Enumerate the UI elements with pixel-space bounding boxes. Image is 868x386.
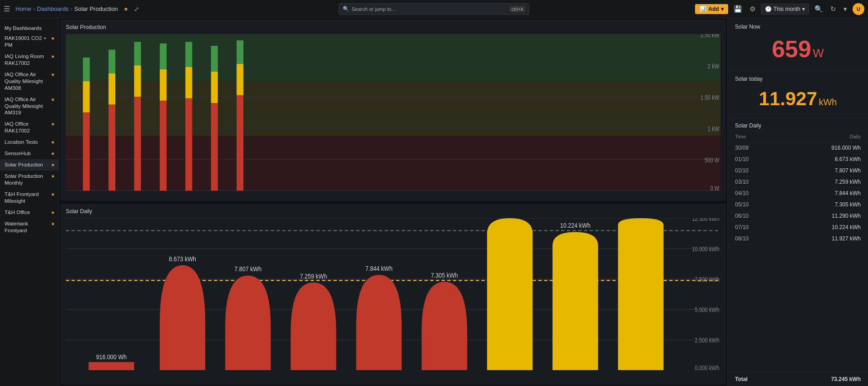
- settings-button[interactable]: ⚙: [748, 3, 757, 15]
- sidebar-star-8: ★: [51, 173, 55, 179]
- solar-daily-table-title: Solar Daily: [728, 118, 868, 131]
- sidebar-item-label-0: RAK19001 CO2 + PM: [5, 35, 49, 49]
- table-row[interactable]: 04/10 7.844 kWh: [728, 188, 868, 199]
- row-time-0: 30/09: [735, 145, 749, 151]
- bar-1002-green: [108, 50, 115, 73]
- sidebar: My Dashboards RAK19001 CO2 + PM ★ IAQ Li…: [0, 18, 59, 386]
- time-range-icon: 🕐: [765, 6, 772, 12]
- add-label: Add: [708, 6, 719, 12]
- val-0210: 7.807 kWh: [234, 265, 261, 273]
- sidebar-star-5: ★: [51, 139, 55, 145]
- row-time-6: 06/10: [735, 213, 749, 219]
- table-row[interactable]: 06/10 11.290 kWh: [728, 210, 868, 222]
- sidebar-item-7[interactable]: Solar Production ★: [0, 159, 59, 171]
- favorite-star-icon[interactable]: ★: [123, 6, 128, 12]
- refresh-button[interactable]: ↻: [829, 3, 838, 15]
- avatar[interactable]: U: [853, 3, 864, 15]
- table-row[interactable]: 08/10 11.927 kWh: [728, 233, 868, 244]
- sidebar-item-label-10: T&H Office: [5, 209, 49, 216]
- solar-production-chart: 2.50 kW 2 kW 1.50 kW 1 kW 500 W 0 W: [66, 34, 720, 191]
- sidebar-item-label-8: Solar Production Monthly: [5, 173, 49, 186]
- solar-daily-panel: Solar Daily: [61, 204, 725, 385]
- sidebar-item-1[interactable]: IAQ Living Room RAK17002 ★: [0, 51, 59, 69]
- bar-1007-red: [237, 95, 243, 191]
- content: Solar Production: [59, 18, 868, 386]
- breadcrumb-sep2: ›: [70, 5, 72, 12]
- solar-production-chart-container: 2.50 kW 2 kW 1.50 kW 1 kW 500 W 0 W: [61, 32, 725, 200]
- solar-daily-table: 30/09 916.000 Wh 01/10 8.673 kWh 02/10 7…: [728, 142, 868, 372]
- table-row[interactable]: 30/09 916.000 Wh: [728, 142, 868, 154]
- row-value-1: 8.673 kWh: [835, 156, 861, 162]
- nav-left: ☰ Home › Dashboards › Solar Production ★…: [4, 5, 139, 13]
- time-range-button[interactable]: 🕐 This month ▾: [761, 4, 809, 15]
- bar-1004-red: [160, 101, 167, 191]
- table-row[interactable]: 05/10 7.305 kWh: [728, 199, 868, 210]
- sidebar-item-label-1: IAQ Living Room RAK17002: [5, 53, 49, 67]
- y-label-0: 2.50 kW: [700, 34, 720, 39]
- row-value-3: 7.259 kWh: [835, 179, 861, 185]
- hamburger-icon[interactable]: ☰: [4, 5, 10, 13]
- breadcrumb-current: Solar Production: [74, 5, 118, 12]
- solar-now-title: Solar Now: [735, 24, 861, 30]
- table-row[interactable]: 03/10 7.259 kWh: [728, 176, 868, 188]
- val-0110: 8.673 kWh: [169, 254, 196, 262]
- bar-1007-green: [237, 40, 243, 64]
- sidebar-item-0[interactable]: RAK19001 CO2 + PM ★: [0, 33, 59, 51]
- row-value-8: 11.927 kWh: [832, 235, 861, 242]
- breadcrumb: Home › Dashboards › Solar Production: [15, 5, 118, 12]
- solar-now-value: 659: [772, 36, 811, 62]
- val-0310: 7.259 kWh: [300, 272, 327, 279]
- refresh-dropdown-button[interactable]: ▾: [842, 3, 849, 15]
- sidebar-item-10[interactable]: T&H Office ★: [0, 207, 59, 218]
- breadcrumb-home[interactable]: Home: [15, 5, 31, 12]
- total-label: Total: [735, 376, 748, 382]
- sidebar-item-label-6: SensorHub: [5, 150, 49, 157]
- main-layout: My Dashboards RAK19001 CO2 + PM ★ IAQ Li…: [0, 18, 868, 386]
- solar-now-unit: W: [813, 46, 824, 60]
- val-0410: 7.844 kWh: [365, 264, 393, 272]
- sidebar-item-label-11: Watertank Frontyard: [5, 220, 49, 234]
- add-button[interactable]: 📊 Add ▾: [695, 4, 728, 14]
- sidebar-item-11[interactable]: Watertank Frontyard ★: [0, 218, 59, 236]
- table-row[interactable]: 01/10 8.673 kWh: [728, 154, 868, 165]
- row-value-6: 11.290 kWh: [832, 213, 861, 219]
- nav-right: 📊 Add ▾ 💾 ⚙ 🕐 This month ▾ 🔍 ↻ ▾ U: [695, 3, 864, 15]
- bar-0810: [618, 218, 663, 371]
- sidebar-item-8[interactable]: Solar Production Monthly ★: [0, 171, 59, 189]
- table-row[interactable]: 07/10 10.224 kWh: [728, 222, 868, 233]
- bar-1006-yellow: [211, 72, 218, 103]
- bar-0510: [422, 282, 467, 370]
- solar-daily-title: Solar Daily: [61, 205, 725, 216]
- row-time-1: 01/10: [735, 156, 749, 162]
- sidebar-item-label-4: IAQ Office RAK17002: [5, 121, 49, 134]
- sidebar-item-9[interactable]: T&H Frontyard Milesight ★: [0, 189, 59, 207]
- sidebar-item-label-7: Solar Production: [5, 161, 49, 168]
- zoom-out-button[interactable]: 🔍: [813, 3, 825, 15]
- sidebar-star-11: ★: [51, 221, 55, 227]
- breadcrumb-dashboards[interactable]: Dashboards: [37, 5, 69, 12]
- table-row[interactable]: 02/10 7.807 kWh: [728, 165, 868, 176]
- sidebar-item-5[interactable]: Location Tests ★: [0, 137, 59, 148]
- sidebar-item-4[interactable]: IAQ Office RAK17002 ★: [0, 118, 59, 137]
- save-dashboard-button[interactable]: 💾: [732, 3, 744, 15]
- daily-y-0: 12.500 kWh: [692, 218, 719, 222]
- search-bar[interactable]: 🔍 Search or jump to... ctrl+k: [339, 3, 529, 15]
- table-header: Time Daily: [728, 131, 868, 142]
- bar-1006-red: [211, 103, 218, 191]
- add-chart-icon: 📊: [700, 6, 706, 12]
- sidebar-star-7: ★: [51, 162, 55, 168]
- sidebar-item-label-3: IAQ Office Air Quality Milesight AM319: [5, 96, 49, 117]
- bar-1001-green: [83, 58, 90, 81]
- sidebar-item-2[interactable]: IAQ Office Air Quality Milesight AM308 ★: [0, 69, 59, 94]
- bar-1004-yellow: [160, 69, 167, 101]
- share-icon[interactable]: ⤢: [134, 5, 139, 13]
- bar-1002-yellow: [108, 73, 115, 104]
- sidebar-item-3[interactable]: IAQ Office Air Quality Milesight AM319 ★: [0, 94, 59, 119]
- row-time-8: 08/10: [735, 235, 749, 242]
- sidebar-item-6[interactable]: SensorHub ★: [0, 148, 59, 159]
- bar-1003-red: [134, 97, 141, 191]
- bar-1001-yellow: [83, 81, 90, 112]
- solar-production-title: Solar Production: [61, 20, 725, 32]
- sidebar-star-3: ★: [51, 97, 55, 103]
- bar-1005-yellow: [185, 67, 192, 98]
